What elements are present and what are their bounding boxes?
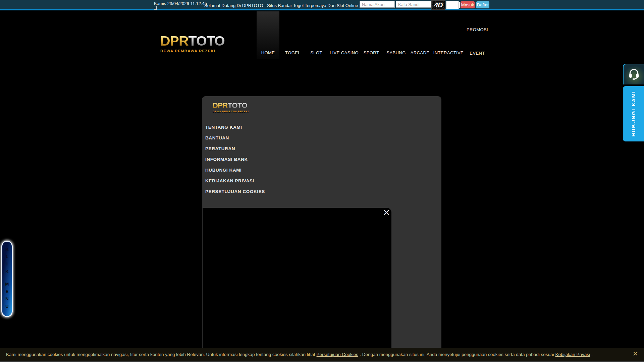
username-input[interactable] — [360, 1, 395, 8]
footer-link-tentang-kami[interactable]: TENTANG KAMI — [205, 125, 242, 130]
menu-label: MENU — [5, 282, 10, 311]
bottom-strip — [0, 361, 644, 362]
password-input[interactable] — [396, 1, 431, 8]
nav-item-interactive[interactable]: INTERACTIVE — [433, 50, 464, 55]
panel-logo-tagline: DEWA PEMBAWA REZEKI — [213, 110, 249, 113]
nav-item-live-casino[interactable]: LIVE CASINO — [330, 50, 359, 55]
site-logo[interactable]: DPRTOTO DEWA PEMBAWA REZEKI — [160, 34, 227, 53]
nav-item-arcade[interactable]: ARCADE — [411, 50, 430, 55]
footer-link-persetujuan-cookies[interactable]: PERSETUJUAN COOKIES — [205, 189, 265, 194]
login-button[interactable]: Masuk — [461, 1, 475, 8]
nav-item-slot[interactable]: SLOT — [310, 50, 322, 55]
captcha-image: 4D — [431, 0, 445, 10]
footer-link-bantuan[interactable]: BANTUAN — [205, 135, 229, 140]
register-button[interactable]: Daftar — [476, 1, 489, 8]
klik-menu-button[interactable]: KLIK MENU — [1, 241, 13, 317]
page: Kamis 23/04/2026 11:12:45 Selamat Datang… — [0, 0, 644, 362]
klik-label: KLIK — [5, 247, 10, 276]
panel-logo: DPRTOTO DEWA PEMBAWA REZEKI — [213, 102, 249, 113]
footer-link-peraturan[interactable]: PERATURAN — [205, 146, 235, 151]
nav-item-sport[interactable]: SPORT — [364, 50, 379, 55]
panel-logo-text-gold: DPR — [213, 101, 228, 110]
captcha-input[interactable] — [446, 1, 459, 9]
footer-link-hubungi-kami[interactable]: HUBUNGI KAMI — [205, 168, 241, 173]
hubungi-kami-label: HUBUNGI KAMI — [631, 91, 636, 137]
footer-panel: DPRTOTO DEWA PEMBAWA REZEKI TENTANG KAMI… — [202, 96, 441, 362]
nav-item-home[interactable]: HOME — [261, 50, 275, 55]
nav-item-sabung[interactable]: SABUNG — [386, 50, 406, 55]
footer-link-kebijakan-privasi[interactable]: KEBIJAKAN PRIVASI — [205, 178, 254, 183]
top-bar: Kamis 23/04/2026 11:12:45 Selamat Datang… — [0, 0, 644, 10]
footer-link-informasi-bank[interactable]: INFORMASI BANK — [205, 157, 248, 162]
divider — [459, 2, 460, 8]
marquee-speaker-icon — [154, 6, 157, 10]
promo-popup: × — [203, 208, 391, 362]
headset-icon — [627, 67, 641, 82]
cookie-text-before: Kami menggunakan cookies untuk mengoptim… — [6, 352, 315, 357]
main-header: DPRTOTO DEWA PEMBAWA REZEKI HOME TOGEL S… — [0, 11, 644, 59]
cookie-close-icon[interactable]: × — [633, 349, 638, 358]
logo-text-silver: TOTO — [189, 33, 225, 49]
livechat-button[interactable] — [623, 64, 644, 84]
logo-tagline: DEWA PEMBAWA REZEKI — [160, 49, 227, 53]
cookie-consent-link[interactable]: Persetujuan Cookies — [317, 352, 359, 357]
datetime-text: Kamis 23/04/2026 11:12:45 — [154, 1, 207, 6]
nav-item-togel[interactable]: TOGEL — [285, 50, 301, 55]
cookie-text-middle: . Dengan menggunakan situs ini, Anda men… — [360, 352, 554, 357]
cookie-text-after: . — [591, 352, 593, 357]
popup-close-icon[interactable]: × — [383, 206, 390, 218]
nav-item-promosi[interactable]: PROMOSI — [467, 27, 488, 32]
nav-item-event[interactable]: EVENT — [470, 51, 485, 56]
panel-logo-text-silver: TOTO — [228, 101, 247, 110]
welcome-marquee: Selamat Datang Di DPRTOTO - Situs Bandar… — [204, 3, 379, 8]
hubungi-kami-tab[interactable]: HUBUNGI KAMI — [623, 86, 644, 141]
cookie-consent-bar: Kami menggunakan cookies untuk mengoptim… — [0, 348, 644, 361]
privacy-policy-link[interactable]: Kebijakan Privasi — [555, 352, 590, 357]
logo-text-gold: DPR — [160, 33, 189, 49]
